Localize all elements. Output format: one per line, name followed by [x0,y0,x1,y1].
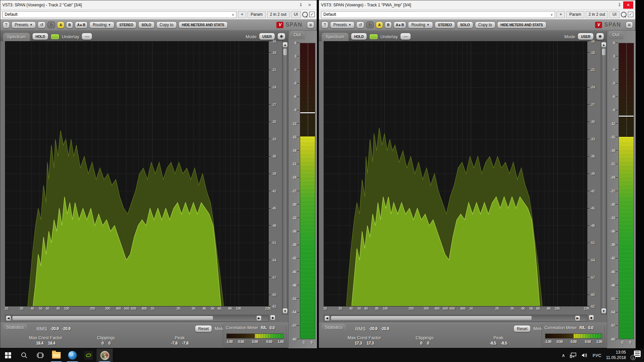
vertical-scroll-thumb[interactable] [283,48,287,56]
stereo-button[interactable]: STEREO [435,21,455,28]
redo-button[interactable]: ↻ [47,21,55,28]
bypass-knob-icon[interactable] [302,12,308,17]
hold-button[interactable]: HOLD [351,33,367,40]
horizontal-scrollbar[interactable]: ◀ ▶ [5,315,269,321]
copy-to-button[interactable]: Copy to [475,21,495,28]
underlay-select-button[interactable]: --- [82,33,92,40]
add-preset-button[interactable]: + [556,11,565,18]
menu-button[interactable]: ≡ [626,21,633,28]
titlebar[interactable]: VST3: SPAN (Voxengo) - Track 2 "Cab" [3/… [0,0,317,10]
scroll-down-button[interactable]: ▼ [601,308,606,314]
enable-checkbox[interactable]: ✓ [309,12,315,17]
horizontal-scroll-thumb[interactable] [331,316,532,320]
add-preset-button[interactable]: + [238,11,246,18]
horizontal-scrollbar[interactable]: ◀ ▶ [324,315,587,321]
scroll-down-button[interactable]: ▼ [282,308,288,314]
tray-chevron-icon[interactable]: ∧ [562,353,565,358]
scroll-up-button[interactable]: ▲ [601,42,606,48]
spectrum-tab[interactable]: Spectrum [322,33,348,41]
scroll-right-button[interactable]: ▶ [575,315,580,321]
zoom-reset-button[interactable]: ◆ [589,315,594,320]
out-tick-label: -39 [608,243,618,247]
pin-icon[interactable] [297,2,305,8]
task-view-button[interactable] [32,349,48,362]
ab-slot-b-button[interactable]: B [385,21,392,28]
a-to-b-copy-button[interactable]: A ▸ B [393,21,406,28]
gear-icon[interactable]: ✱ [277,33,285,40]
nvidia-app-button[interactable] [80,349,97,362]
solo-button[interactable]: SOLO [457,21,473,28]
statistics-tab[interactable]: Statistics [322,324,346,331]
menu-button[interactable]: ≡ [307,21,314,28]
file-explorer-button[interactable] [48,349,64,362]
statistics-tab[interactable]: Statistics [3,324,27,331]
scroll-up-button[interactable]: ▲ [282,42,288,48]
ab-slot-a-button[interactable]: A [57,21,64,28]
spectrum-plot[interactable] [5,41,269,306]
out-level-meter[interactable] [300,43,315,339]
preset-combobox[interactable]: Default ∨ [321,11,555,18]
close-button[interactable]: ✕ [623,1,633,9]
reset-button[interactable]: Reset [195,325,212,332]
help-button[interactable]: ? [3,21,10,28]
out-tab[interactable]: Out [608,31,624,39]
presets-button[interactable]: Presets▼ [330,21,355,28]
reset-button[interactable]: Reset [514,325,531,332]
reaper-app-button[interactable] [97,349,113,362]
redo-button[interactable]: ↻ [366,21,374,28]
horizontal-scroll-thumb[interactable] [12,316,213,320]
underlay-select-button[interactable]: --- [400,33,411,40]
out-level-meter[interactable] [619,43,634,339]
solo-button[interactable]: SOLO [138,21,155,28]
copy-to-button[interactable]: Copy to [156,21,177,28]
browser-app-button[interactable] [64,349,80,362]
undo-button[interactable]: ↺ [356,21,364,28]
start-button[interactable] [0,349,16,362]
hide-meters-button[interactable]: HIDE METERS AND STATS [497,21,546,28]
undo-button[interactable]: ↺ [38,21,46,28]
a-to-b-copy-button[interactable]: A ▸ B [75,21,88,28]
ab-slot-a-button[interactable]: A [376,21,383,28]
mode-select-button[interactable]: USER [578,33,594,40]
preset-combobox[interactable]: Default ∨ [2,11,236,18]
param-button[interactable]: Param [566,11,584,18]
network-icon[interactable] [570,353,577,358]
enable-checkbox[interactable]: ✓ [628,12,633,17]
io-config-button[interactable]: 2 in 2 out [586,11,608,18]
scroll-left-button[interactable]: ◀ [6,315,11,321]
hold-button[interactable]: HOLD [32,33,49,40]
zoom-reset-button[interactable]: ◆ [270,315,275,320]
bypass-knob-icon[interactable] [621,12,627,17]
spectrum-color-swatch[interactable] [51,34,59,40]
param-button[interactable]: Param [248,11,265,18]
out-tab[interactable]: Out [290,31,305,39]
vertical-scrollbar[interactable]: ▲ ▼ [601,41,607,314]
stereo-button[interactable]: STEREO [116,21,137,28]
ui-button[interactable]: UI [609,11,620,18]
help-button[interactable]: ? [321,21,328,28]
language-indicator[interactable]: РУС [593,353,601,358]
scroll-left-button[interactable]: ◀ [324,315,330,321]
speaker-icon[interactable] [581,353,588,358]
action-center-button[interactable]: 1 [631,351,641,360]
routing-button[interactable]: Routing▼ [408,21,433,28]
spectrum-color-swatch[interactable] [369,34,378,40]
ab-slot-b-button[interactable]: B [66,21,73,28]
routing-button[interactable]: Routing▼ [89,21,114,28]
pin-icon[interactable] [616,2,623,8]
hide-meters-button[interactable]: HIDE METERS AND STATS [178,21,228,28]
vertical-scroll-thumb[interactable] [602,48,606,56]
mode-select-button[interactable]: USER [259,33,275,40]
io-config-button[interactable]: 2 in 2 out [267,11,289,18]
ui-button[interactable]: UI [291,11,301,18]
close-button[interactable]: ✕ [305,1,315,9]
gear-icon[interactable]: ✱ [596,33,604,40]
spectrum-tab[interactable]: Spectrum [3,33,30,41]
spectrum-plot[interactable] [324,41,587,306]
titlebar[interactable]: VST3: SPAN (Voxengo) - Track 1 "PWA_Imp"… [319,0,635,10]
vertical-scrollbar[interactable]: ▲ ▼ [282,41,288,314]
clock[interactable]: 13:05 11.05.2018 [606,350,626,360]
presets-button[interactable]: Presets▼ [11,21,36,28]
search-icon[interactable] [16,349,32,362]
scroll-right-button[interactable]: ▶ [256,315,262,321]
